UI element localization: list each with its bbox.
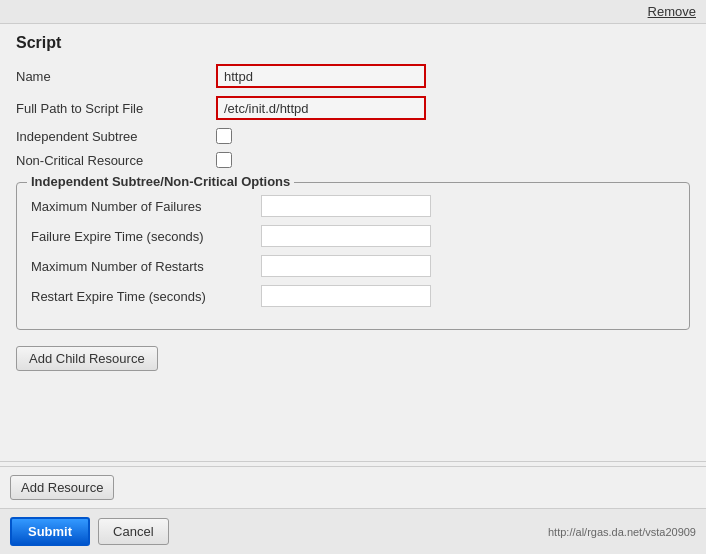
- add-resource-button[interactable]: Add Resource: [10, 475, 114, 500]
- options-groupbox: Independent Subtree/Non-Critical Options…: [16, 182, 690, 330]
- max-restarts-input[interactable]: [261, 255, 431, 277]
- name-row: Name: [16, 64, 690, 88]
- fullpath-label: Full Path to Script File: [16, 101, 216, 116]
- groupbox-title: Independent Subtree/Non-Critical Options: [27, 174, 294, 189]
- divider: [0, 461, 706, 462]
- noncritical-checkbox[interactable]: [216, 152, 232, 168]
- failure-expire-label: Failure Expire Time (seconds): [31, 229, 261, 244]
- restart-expire-label: Restart Expire Time (seconds): [31, 289, 261, 304]
- restart-expire-input[interactable]: [261, 285, 431, 307]
- noncritical-label: Non-Critical Resource: [16, 153, 216, 168]
- submit-button[interactable]: Submit: [10, 517, 90, 546]
- independent-checkbox[interactable]: [216, 128, 232, 144]
- fullpath-input[interactable]: [216, 96, 426, 120]
- failure-expire-input[interactable]: [261, 225, 431, 247]
- footer-bar: Submit Cancel http://al/rgas.da.net/vsta…: [0, 508, 706, 554]
- independent-row: Independent Subtree: [16, 128, 690, 144]
- failure-expire-row: Failure Expire Time (seconds): [31, 225, 675, 247]
- noncritical-row: Non-Critical Resource: [16, 152, 690, 168]
- footer-url: http://al/rgas.da.net/vsta20909: [548, 526, 696, 538]
- max-restarts-row: Maximum Number of Restarts: [31, 255, 675, 277]
- add-resource-bar: Add Resource: [0, 466, 706, 508]
- add-child-resource-button[interactable]: Add Child Resource: [16, 346, 158, 371]
- content-area: Script Name Full Path to Script File Ind…: [0, 24, 706, 457]
- max-failures-input[interactable]: [261, 195, 431, 217]
- name-input[interactable]: [216, 64, 426, 88]
- top-bar: Remove: [0, 0, 706, 24]
- section-title: Script: [16, 34, 690, 52]
- cancel-button[interactable]: Cancel: [98, 518, 168, 545]
- fullpath-row: Full Path to Script File: [16, 96, 690, 120]
- max-failures-row: Maximum Number of Failures: [31, 195, 675, 217]
- restart-expire-row: Restart Expire Time (seconds): [31, 285, 675, 307]
- independent-label: Independent Subtree: [16, 129, 216, 144]
- name-label: Name: [16, 69, 216, 84]
- main-container: Remove Script Name Full Path to Script F…: [0, 0, 706, 554]
- remove-link[interactable]: Remove: [648, 4, 696, 19]
- max-restarts-label: Maximum Number of Restarts: [31, 259, 261, 274]
- max-failures-label: Maximum Number of Failures: [31, 199, 261, 214]
